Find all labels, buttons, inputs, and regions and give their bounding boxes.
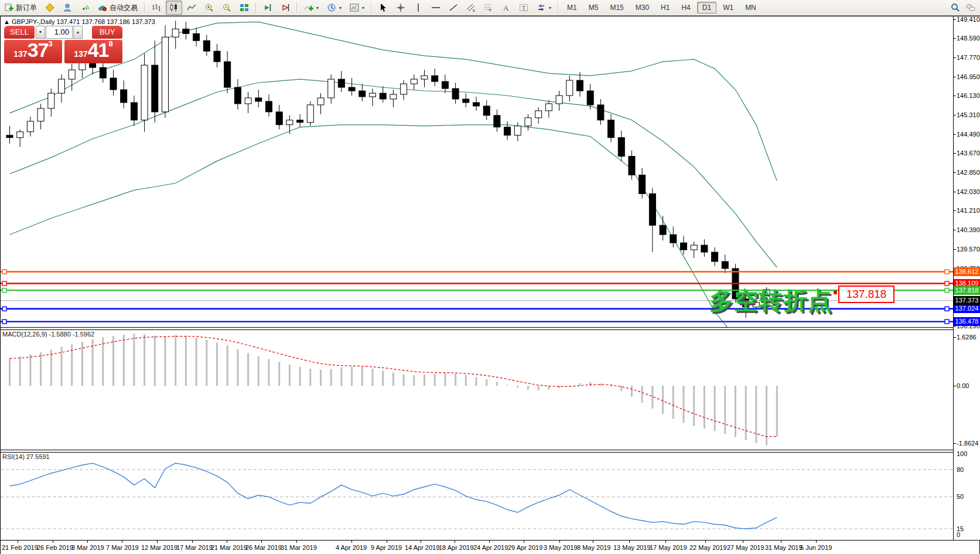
rsi-value: 27.5591 <box>26 453 50 460</box>
arrows-icon <box>537 3 546 12</box>
autotrading-button[interactable]: 自动交易 <box>94 1 141 15</box>
search-icon[interactable] <box>951 3 960 12</box>
svg-text:F: F <box>489 8 491 12</box>
trendline-button[interactable] <box>445 1 462 15</box>
date-axis[interactable]: 21 Feb 201926 Feb 20193 Mar 20197 Mar 20… <box>1 540 979 554</box>
price-callout-label[interactable]: 137.818 <box>838 286 894 303</box>
line-drag-handle[interactable] <box>2 307 6 311</box>
template-icon <box>350 3 359 12</box>
volume-increase-button[interactable]: ▲ <box>73 26 83 39</box>
panel-toggle-icon[interactable]: ▲ <box>4 18 10 25</box>
horizontal-line-object[interactable] <box>1 320 953 324</box>
date-tick-mark <box>387 541 387 543</box>
candlestick-button[interactable] <box>166 1 182 15</box>
date-axis-label: 13 May 2019 <box>613 544 651 551</box>
templates-button[interactable]: ▾ <box>346 1 368 15</box>
date-axis-label: 5 Jun 2019 <box>800 544 832 551</box>
channel-button[interactable]: E <box>463 1 479 15</box>
periods-dropdown-arrow[interactable]: ▾ <box>339 5 342 11</box>
bar-chart-button[interactable] <box>148 1 165 15</box>
arrows-button[interactable]: ▾ <box>533 1 555 15</box>
chart-shift-button[interactable] <box>277 1 293 15</box>
new-order-button[interactable]: 新订单 <box>1 1 40 15</box>
date-tick-mark <box>455 541 455 543</box>
zoom-in-button[interactable] <box>201 1 217 15</box>
buy-price-sup: 8 <box>108 39 112 48</box>
timeframe-m15[interactable]: M15 <box>605 2 629 13</box>
axis-tick-mark <box>954 249 956 250</box>
auto-scroll-button[interactable] <box>259 1 276 15</box>
macd-svg <box>1 329 953 450</box>
zoom-out-icon <box>222 3 231 12</box>
timeframe-h4[interactable]: H4 <box>676 2 695 13</box>
community-button[interactable] <box>59 1 76 15</box>
vertical-line-button[interactable] <box>410 1 426 15</box>
line-drag-handle[interactable] <box>2 281 6 286</box>
volume-decrease-button[interactable]: ▼ <box>36 26 45 39</box>
timeframe-w1[interactable]: W1 <box>718 2 739 13</box>
line-drag-handle[interactable] <box>945 281 949 286</box>
timeframe-group: M1M5M15M30H1H4D1W1MN <box>561 4 762 12</box>
macd-signal-line <box>10 337 777 437</box>
line-drag-handle[interactable] <box>2 270 6 274</box>
rsi-axis-label: 0 <box>957 531 960 538</box>
line-drag-handle[interactable] <box>2 320 6 324</box>
text-label-button[interactable]: T <box>515 1 532 15</box>
line-drag-handle[interactable] <box>945 320 949 324</box>
text-button[interactable]: A <box>498 1 514 15</box>
cursor-button[interactable] <box>375 1 391 15</box>
price-axis-label: 147.770 <box>957 54 980 61</box>
signals-button[interactable] <box>77 1 93 15</box>
arrows-dropdown-arrow[interactable]: ▾ <box>549 5 551 11</box>
timeframe-m1[interactable]: M1 <box>562 2 582 13</box>
date-axis-label: 3 Mar 2019 <box>71 544 104 551</box>
timeframe-d1[interactable]: D1 <box>697 2 716 13</box>
sell-price-display[interactable]: 137373 <box>4 40 62 63</box>
templates-dropdown-arrow[interactable]: ▾ <box>362 5 364 11</box>
date-axis-label: 21 Mar 2019 <box>211 544 247 551</box>
timeframe-m5[interactable]: M5 <box>583 2 604 13</box>
buy-button[interactable]: BUY <box>92 26 122 39</box>
crosshair-button[interactable] <box>392 1 409 15</box>
price-chart-canvas[interactable]: ▲ GBPJPY-,Daily 137.471 137.768 137.186 … <box>1 16 953 327</box>
macd-axis-label: -1.8624 <box>957 440 978 447</box>
hline-price-label: 136.478 <box>954 317 980 326</box>
volume-input[interactable]: 1.00 <box>46 26 73 39</box>
timeframe-mn[interactable]: MN <box>740 2 762 13</box>
rsi-panel[interactable]: RSI(14) 27.5591 <box>1 451 953 540</box>
periods-button[interactable]: ▾ <box>323 1 345 15</box>
zoom-out-button[interactable] <box>218 1 235 15</box>
line-drag-handle[interactable] <box>2 288 6 293</box>
macd-panel[interactable]: MACD(12,26,9) -1.5880 -1.5962 <box>1 329 953 450</box>
indicators-button[interactable]: ▾ <box>301 1 322 15</box>
sell-button[interactable]: SELL <box>4 26 35 39</box>
timeframe-h1[interactable]: H1 <box>655 2 675 13</box>
line-chart-button[interactable] <box>183 1 200 15</box>
auto-scroll-icon <box>263 3 272 12</box>
line-drag-handle[interactable] <box>945 288 949 293</box>
chart-annotation-text[interactable]: 多空转折点 <box>709 285 832 317</box>
axis-tick-mark <box>954 57 956 58</box>
metaeditor-button[interactable] <box>42 1 58 15</box>
indicators-dropdown-arrow[interactable]: ▾ <box>316 5 319 11</box>
line-drag-handle[interactable] <box>945 307 949 311</box>
date-tick-mark <box>87 541 88 543</box>
buy-price-display[interactable]: 137418 <box>64 40 122 63</box>
sell-price-prefix: 137 <box>13 49 27 59</box>
date-axis-label: 22 May 2019 <box>689 544 727 551</box>
axis-tick-mark <box>954 337 956 338</box>
horizontal-line-object[interactable] <box>1 270 953 274</box>
chart-shift-icon <box>281 3 290 12</box>
timeframe-m30[interactable]: M30 <box>630 2 654 13</box>
price-axis-label: 144.490 <box>957 131 980 138</box>
line-drag-handle[interactable] <box>945 270 949 274</box>
fibonacci-button[interactable]: F <box>480 1 497 15</box>
price-axis[interactable]: 149.410148.590147.770146.950146.130145.3… <box>953 16 980 540</box>
date-axis-label: 31 Mar 2019 <box>281 544 317 551</box>
tile-windows-button[interactable] <box>236 1 252 15</box>
chat-icon[interactable] <box>966 3 975 12</box>
yellow-diamond-icon <box>45 3 54 12</box>
price-callout-handle[interactable] <box>834 291 837 294</box>
horizontal-line-button[interactable] <box>428 1 444 15</box>
axis-tick-mark <box>954 210 956 211</box>
